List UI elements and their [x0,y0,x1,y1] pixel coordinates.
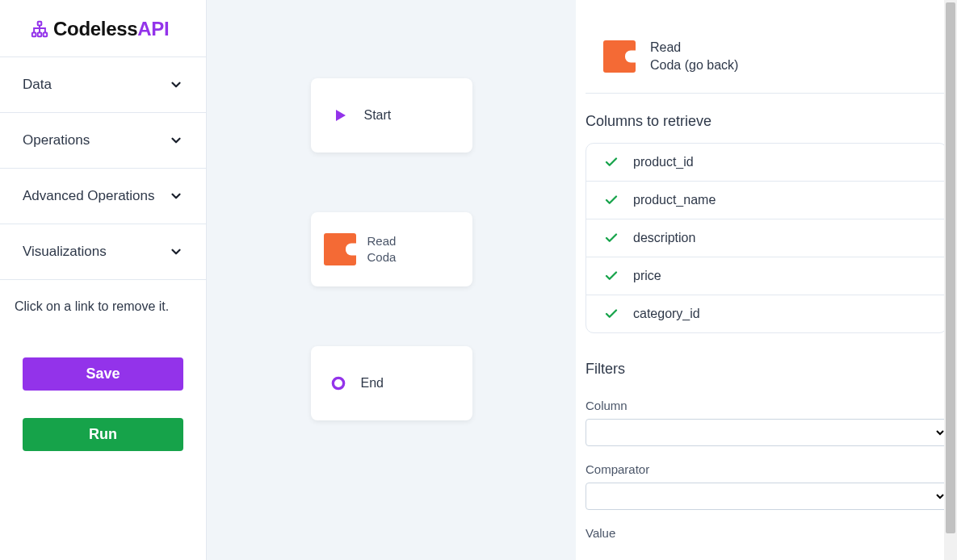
filters-section-title: Filters [586,333,947,391]
save-button[interactable]: Save [23,357,183,391]
svg-rect-3 [44,33,48,37]
filter-column-label: Column [586,391,947,419]
logo[interactable]: CodelessAPI [0,0,206,57]
sidebar-item-operations[interactable]: Operations [0,113,206,169]
column-label: description [633,231,695,245]
svg-rect-2 [38,33,42,37]
flow-canvas[interactable]: Start Read Coda End [207,0,576,560]
detail-panel: Read Coda (go back) Columns to retrieve … [576,0,957,560]
coda-icon [603,40,636,73]
play-icon [330,106,350,125]
filter-comparator-select[interactable] [586,483,947,510]
sidebar-item-visualizations[interactable]: Visualizations [0,224,206,280]
column-label: product_id [633,155,694,169]
run-button[interactable]: Run [23,418,183,451]
chevron-down-icon [169,77,183,92]
column-item-category-id[interactable]: category_id [586,295,947,332]
node-read-coda[interactable]: Read Coda [311,212,472,286]
column-label: price [633,269,661,283]
chevron-down-icon [169,189,183,203]
go-back-link[interactable]: (go back) [685,58,739,72]
column-label: product_name [633,193,716,207]
node-label: End [361,376,384,391]
check-icon [604,231,619,245]
check-icon [604,193,619,207]
node-start[interactable]: Start [311,78,472,153]
coda-icon [324,233,356,265]
check-icon [604,269,619,283]
filter-value-label: Value [586,510,947,546]
sidebar: CodelessAPI Data Operations Advanced Ope… [0,0,207,560]
chevron-down-icon [169,133,183,148]
columns-section-title: Columns to retrieve [586,94,947,143]
chevron-down-icon [169,244,183,259]
check-icon [604,307,619,321]
svg-rect-0 [38,22,42,26]
svg-point-4 [333,378,343,388]
filter-column-select[interactable] [586,419,947,446]
scrollbar[interactable] [944,0,957,560]
filter-comparator-label: Comparator [586,446,947,483]
columns-list: product_id product_name description pric… [586,143,947,333]
column-item-description[interactable]: description [586,219,947,257]
sidebar-item-label: Operations [23,132,90,148]
sidebar-item-label: Advanced Operations [23,188,155,204]
detail-title-line2: Coda [650,58,685,72]
column-item-product-id[interactable]: product_id [586,144,947,182]
svg-rect-1 [32,33,36,37]
column-item-price[interactable]: price [586,257,947,295]
sidebar-hint: Click on a link to remove it. [0,280,206,333]
sidebar-item-label: Data [23,77,52,93]
detail-header: Read Coda (go back) [586,39,947,94]
column-label: category_id [633,307,700,321]
sidebar-item-advanced-operations[interactable]: Advanced Operations [0,169,206,224]
node-label: Read Coda [367,233,397,266]
sidebar-item-data[interactable]: Data [0,57,206,113]
logo-text: CodelessAPI [53,18,169,40]
circle-icon [330,375,346,391]
check-icon [604,155,619,169]
node-end[interactable]: End [311,346,472,420]
detail-title-line1: Read [650,39,738,56]
column-item-product-name[interactable]: product_name [586,182,947,219]
node-label: Start [364,108,392,123]
sitemap-icon [31,20,48,38]
sidebar-item-label: Visualizations [23,244,107,260]
scrollbar-thumb[interactable] [946,2,955,533]
